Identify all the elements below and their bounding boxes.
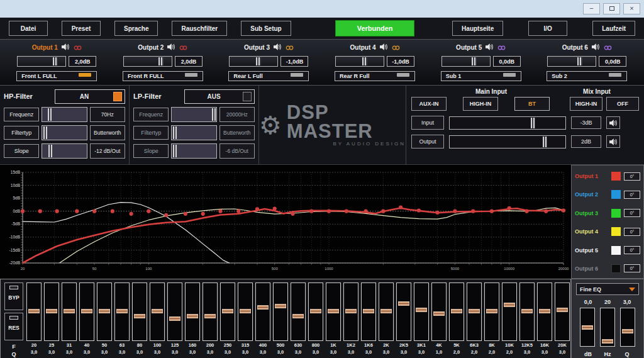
lp-slope-label[interactable]: Slope (133, 144, 169, 158)
close-button[interactable]: × (623, 3, 640, 14)
slider-handle[interactable] (173, 126, 177, 139)
speaker-icon-wrap[interactable] (486, 42, 494, 53)
legend-label[interactable]: Output 3 (575, 210, 611, 216)
eq-band-handle[interactable] (116, 309, 128, 313)
speaker-icon-wrap[interactable] (380, 42, 388, 53)
main-input-bt[interactable]: BT (514, 97, 550, 111)
eq-band-slider-1K6[interactable] (361, 282, 376, 341)
hp-frequenz-slider[interactable] (42, 107, 87, 122)
output-mute-button[interactable] (606, 135, 620, 148)
phase-button[interactable]: 0° (624, 209, 640, 217)
eq-band-point[interactable] (525, 210, 528, 213)
eq-band-slider-800[interactable] (308, 282, 323, 341)
output-label[interactable]: Output (411, 135, 444, 148)
phase-button[interactable]: 0° (624, 246, 640, 254)
eq-band-point[interactable] (399, 205, 402, 209)
eq-band-handle[interactable] (64, 309, 75, 313)
eq-band-handle[interactable] (187, 314, 198, 318)
fine-eq-slider-hz[interactable] (600, 308, 615, 347)
eq-band-handle[interactable] (486, 309, 497, 313)
slider-handle[interactable] (531, 118, 535, 128)
slider-handle[interactable] (173, 145, 177, 157)
menu-button-sprache[interactable]: Sprache (114, 21, 158, 36)
lp-frequenz-label[interactable]: Frequenz (133, 108, 169, 121)
menu-button-i-o[interactable]: I/O (528, 21, 567, 36)
slider-handle[interactable] (362, 57, 367, 65)
slider-handle[interactable] (53, 57, 58, 65)
eq-band-slider-2K[interactable] (379, 282, 394, 341)
output-name-box[interactable]: Rear L Full (228, 71, 309, 81)
eq-band-handle[interactable] (204, 314, 216, 318)
eq-band-slider-80[interactable] (132, 282, 147, 341)
legend-label[interactable]: Output 2 (575, 191, 611, 198)
eq-band-point[interactable] (453, 210, 457, 213)
eq-band-slider-200[interactable] (203, 282, 218, 341)
eq-band-handle[interactable] (521, 309, 533, 313)
output-gain-slider[interactable] (441, 56, 491, 67)
eq-band-slider-8K[interactable] (484, 282, 499, 341)
speaker-icon-wrap[interactable] (274, 42, 282, 53)
eq-band-handle[interactable] (222, 309, 233, 313)
eq-band-slider-100[interactable] (150, 282, 165, 341)
link-icon-wrap[interactable] (179, 42, 187, 53)
eq-band-point[interactable] (164, 213, 168, 217)
mix-input-off[interactable]: OFF (606, 97, 639, 111)
eq-band-slider-40[interactable] (79, 282, 94, 341)
fine-eq-handle[interactable] (602, 339, 613, 344)
eq-band-point[interactable] (75, 210, 79, 213)
eq-band-slider-20[interactable] (26, 282, 42, 341)
output-name-box[interactable]: Sub 2 (547, 71, 627, 81)
eq-band-handle[interactable] (292, 314, 304, 318)
eq-band-handle[interactable] (81, 309, 92, 313)
hp-slope-label[interactable]: Slope (4, 144, 39, 158)
fine-eq-handle[interactable] (622, 329, 633, 333)
link-icon-wrap[interactable] (604, 42, 612, 53)
eq-band-slider-63[interactable] (114, 282, 130, 341)
link-icon-wrap[interactable] (286, 42, 294, 53)
eq-band-slider-4K[interactable] (431, 282, 447, 341)
output-gain-slider[interactable] (335, 56, 384, 67)
frequency-response-graph[interactable]: 15dB10dB5dB0dB-5dB-10dB-15dB-20dB2050100… (0, 165, 571, 279)
eq-band-point[interactable] (55, 210, 59, 213)
output-name-box[interactable]: Sub 1 (441, 71, 521, 81)
eq-band-point[interactable] (147, 210, 150, 213)
slider-handle[interactable] (543, 137, 547, 147)
eq-band-slider-160[interactable] (185, 282, 200, 341)
speaker-icon-wrap[interactable] (62, 42, 70, 53)
eq-band-handle[interactable] (46, 309, 57, 313)
slider-handle[interactable] (48, 145, 53, 157)
hp-slope-slider[interactable] (42, 143, 87, 159)
eq-band-point[interactable] (417, 208, 421, 212)
eq-band-handle[interactable] (28, 309, 40, 313)
slider-handle[interactable] (48, 108, 52, 121)
eq-band-slider-125[interactable] (167, 282, 182, 341)
menu-button-datei[interactable]: Datei (9, 21, 48, 36)
menu-button-preset[interactable]: Preset (62, 21, 101, 36)
eq-band-handle[interactable] (469, 309, 480, 313)
eq-band-point[interactable] (364, 210, 368, 213)
eq-band-handle[interactable] (363, 309, 374, 313)
eq-band-point[interactable] (508, 206, 511, 210)
slider-handle[interactable] (472, 57, 477, 65)
output-gain-slider[interactable] (17, 56, 66, 67)
minimize-button[interactable]: − (583, 3, 600, 14)
input-level-slider[interactable] (449, 116, 566, 130)
restore-button[interactable] (603, 3, 620, 14)
eq-band-point[interactable] (184, 212, 187, 216)
eq-band-slider-500[interactable] (273, 282, 288, 341)
menu-button-hauptseite[interactable]: Hauptseite (452, 21, 503, 36)
eq-band-handle[interactable] (257, 305, 269, 310)
lp-filter-toggle[interactable]: AUS (184, 89, 255, 104)
fine-eq-slider-q[interactable] (620, 308, 635, 347)
slider-handle[interactable] (577, 57, 582, 65)
eq-band-handle[interactable] (328, 309, 339, 313)
eq-band-handle[interactable] (275, 304, 286, 308)
lp-frequenz-slider[interactable] (171, 107, 216, 122)
eq-band-handle[interactable] (380, 309, 392, 313)
eq-band-handle[interactable] (345, 309, 357, 313)
eq-band-slider-1K[interactable] (326, 282, 341, 341)
lp-slope-slider[interactable] (171, 143, 216, 159)
eq-band-handle[interactable] (539, 309, 550, 313)
hp-filtertyp-slider[interactable] (42, 125, 87, 140)
eq-band-point[interactable] (21, 210, 25, 213)
